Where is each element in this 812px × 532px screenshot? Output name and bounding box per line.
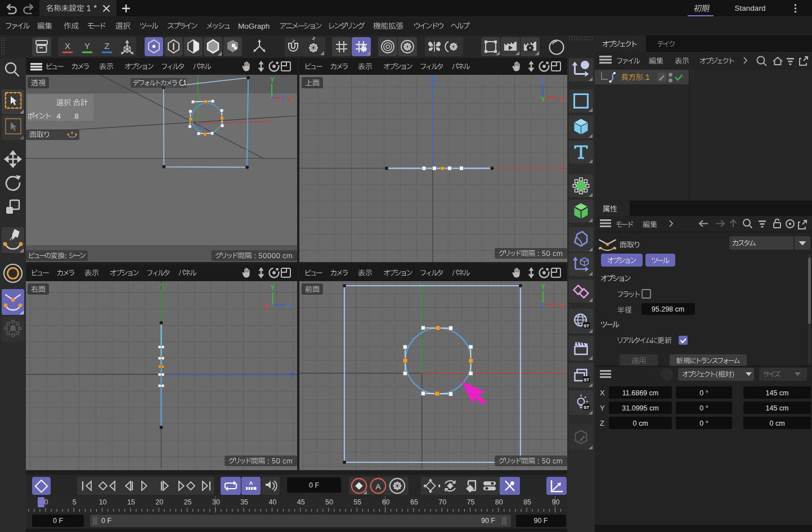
svg-text:4: 4 — [56, 112, 60, 120]
svg-text:0 F: 0 F — [309, 481, 319, 489]
svg-text:0 F: 0 F — [53, 517, 63, 525]
svg-text:145 cm: 145 cm — [766, 404, 789, 412]
svg-text:Z: Z — [541, 77, 545, 85]
svg-text:70: 70 — [438, 498, 446, 506]
svg-text:Standard: Standard — [735, 4, 766, 12]
svg-text:X: X — [559, 303, 563, 310]
svg-text:0: 0 — [44, 498, 48, 506]
svg-text:Y: Y — [84, 41, 90, 51]
svg-text:Z: Z — [541, 303, 545, 310]
svg-text:0 °: 0 ° — [699, 420, 708, 427]
svg-text:Y: Y — [541, 283, 545, 291]
svg-text:ST: ST — [584, 323, 589, 328]
svg-text:90 F: 90 F — [533, 517, 548, 525]
svg-text:0 cm: 0 cm — [769, 420, 784, 427]
svg-text:25: 25 — [184, 498, 192, 506]
svg-text:0 cm: 0 cm — [632, 420, 648, 427]
svg-text:A: A — [375, 483, 380, 491]
svg-text:5: 5 — [73, 498, 77, 506]
svg-text:11.6869 cm: 11.6869 cm — [622, 389, 658, 397]
svg-text:80: 80 — [495, 498, 503, 506]
svg-text:Z: Z — [287, 303, 291, 310]
svg-text:MoGraph: MoGraph — [238, 22, 270, 30]
svg-text:0 F: 0 F — [101, 517, 111, 525]
svg-text:Z: Z — [280, 93, 284, 101]
svg-text:ST: ST — [584, 405, 589, 410]
svg-text:0 °: 0 ° — [699, 404, 708, 412]
svg-text:20: 20 — [155, 498, 163, 506]
svg-text:35: 35 — [240, 498, 248, 506]
svg-text:10: 10 — [99, 498, 107, 506]
svg-text:45: 45 — [297, 498, 305, 506]
svg-text:Z: Z — [104, 41, 109, 51]
svg-text:30: 30 — [212, 498, 220, 506]
svg-text:Y: Y — [600, 404, 605, 412]
svg-text:90: 90 — [551, 498, 559, 506]
svg-text:65: 65 — [410, 498, 418, 506]
svg-text:40: 40 — [268, 498, 276, 506]
svg-text:31.0995 cm: 31.0995 cm — [622, 404, 658, 412]
svg-text:55: 55 — [353, 498, 361, 506]
svg-text:ST: ST — [584, 377, 589, 382]
svg-text:85: 85 — [523, 498, 531, 506]
svg-text:A: A — [249, 480, 253, 486]
svg-text:60: 60 — [382, 498, 390, 506]
svg-text:145 cm: 145 cm — [766, 389, 789, 397]
svg-text:Z: Z — [600, 419, 604, 427]
svg-text:95.298 cm: 95.298 cm — [652, 305, 684, 313]
svg-text:X: X — [288, 96, 292, 104]
svg-text:Y: Y — [270, 284, 275, 292]
svg-text:X: X — [600, 389, 605, 397]
svg-text:Y: Y — [270, 76, 275, 84]
svg-text:50: 50 — [325, 498, 333, 506]
svg-text:15: 15 — [127, 498, 135, 506]
svg-text:8: 8 — [74, 112, 78, 120]
svg-text:Y: Y — [541, 96, 545, 103]
svg-text:X: X — [65, 41, 70, 51]
svg-text:75: 75 — [467, 498, 475, 506]
svg-text:0 °: 0 ° — [699, 389, 708, 397]
svg-text:X: X — [559, 96, 563, 103]
svg-text:90 F: 90 F — [481, 517, 495, 525]
svg-text:X: X — [263, 303, 268, 310]
